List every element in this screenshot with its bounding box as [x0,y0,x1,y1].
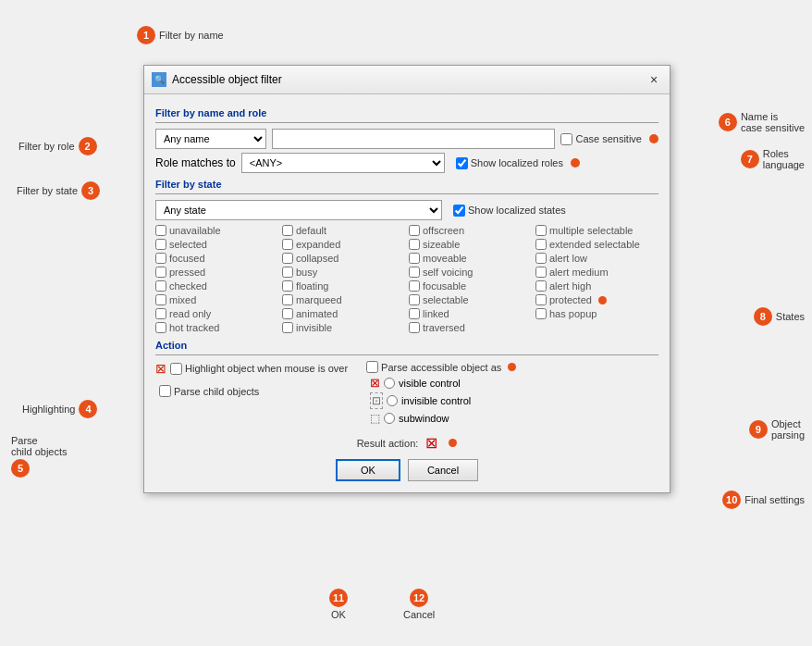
parse-child-text: Parse child objects [174,386,259,397]
state-hot-tracked: hot tracked [155,321,278,334]
state-empty [535,321,658,334]
parse-accessible-label: Parse accessible object as [366,361,516,373]
state-self-voicing: self voicing [409,266,532,279]
annotation-9: 9 Objectparsing [749,418,805,441]
annotation-circle-8: 8 [754,307,772,326]
annotation-10: 10 Final settings [722,491,805,509]
invisible-control-radio[interactable] [387,395,398,406]
state-sizeable: sizeable [409,238,532,251]
annotation-circle-5: 5 [11,459,30,478]
annotation-circle-3: 3 [81,181,100,200]
annotation-circle-4: 4 [79,400,97,418]
dialog-title-text: Accessible object filter [172,73,282,86]
annotation-label-1: Filter by name [159,30,224,41]
action-parse-section: ⊠ Highlight object when mouse is over Pa… [155,361,658,425]
action-left: ⊠ Highlight object when mouse is over Pa… [155,361,348,397]
invisible-control-icon: ⊡ [370,392,383,409]
annotation-label-7: Roleslanguage [763,148,805,170]
filter-name-row: Any name Case sensitive [155,129,658,149]
dialog-body: Filter by name and role Any name Case se… [144,94,670,492]
filter-name-role-header: Filter by name and role [155,107,658,118]
filter-name-role-section: Filter by name and role Any name Case se… [155,107,658,173]
annotation-label-6: Name iscase sensitive [741,111,805,133]
highlight-row: ⊠ Highlight object when mouse is over [155,361,348,376]
dialog-title: 🔍 Accessible object filter [152,72,282,87]
state-unavailable: unavailable [155,224,278,237]
cancel-button[interactable]: Cancel [408,459,478,481]
show-localized-states-checkbox[interactable] [453,205,465,217]
case-sensitive-checkbox[interactable] [560,133,572,145]
annotation-3: Filter by state 3 [17,181,100,200]
annotation-label-2: Filter by role [18,141,75,152]
show-localized-roles-text: Show localized roles [471,157,563,168]
annotation-4: Highlighting 4 [22,400,97,418]
parse-accessible-dot [508,363,516,371]
state-default: default [282,224,405,237]
state-dropdown[interactable]: Any state [155,200,442,220]
state-has-popup: has popup [535,307,658,320]
state-focusable: focusable [409,280,532,292]
annotation-label-11: OK [331,609,346,620]
highlight-checkbox[interactable] [170,363,182,375]
state-focused: focused [155,252,278,265]
annotation-11: 11 OK [329,589,348,620]
annotation-circle-9: 9 [749,420,768,439]
state-moveable: moveable [409,252,532,265]
state-expanded: expanded [282,238,405,251]
parse-child-checkbox-label: Parse child objects [159,385,348,397]
annotation-circle-12: 12 [410,589,428,607]
state-read-only: read only [155,307,278,320]
visible-control-row: ⊠ visible control [370,376,516,390]
case-sensitive-label: Case sensitive [560,133,642,145]
parse-accessible-checkbox[interactable] [366,361,378,373]
visible-control-icon: ⊠ [370,376,380,390]
visible-control-radio[interactable] [384,378,395,389]
state-marqueed: marqueed [282,293,405,306]
subwindow-icon: ⬚ [370,412,380,425]
show-localized-roles-checkbox[interactable] [456,157,468,169]
name-input[interactable] [272,129,555,149]
state-floating: floating [282,280,405,292]
state-mixed: mixed [155,293,278,306]
name-dropdown[interactable]: Any name [155,129,266,149]
result-action-row: Result action: ⊠ [155,434,658,452]
close-button[interactable]: × [646,71,662,88]
state-protected: protected [535,293,658,306]
action-right: Parse accessible object as ⊠ visible con… [366,361,516,425]
annotation-circle-11: 11 [329,589,348,607]
state-multiple-selectable: multiple selectable [535,224,658,237]
role-matches-label: Role matches to [155,156,236,169]
annotation-label-5: Parse [11,435,38,446]
filter-state-header: Filter by state [155,179,658,190]
annotation-7: 7 Roleslanguage [741,148,805,170]
annotation-label-3: Filter by state [17,185,78,196]
action-section: Action ⊠ Highlight object when mouse is … [155,340,658,452]
state-animated: animated [282,307,405,320]
state-alert-low: alert low [535,252,658,265]
dialog-titlebar: 🔍 Accessible object filter × [144,66,670,94]
annotation-2: Filter by role 2 [18,137,97,155]
states-grid: unavailable default offscreen multiple s… [155,224,658,334]
ok-button[interactable]: OK [336,459,400,481]
state-pressed: pressed [155,266,278,279]
filter-role-row: Role matches to <ANY> Show localized rol… [155,153,658,173]
role-dropdown[interactable]: <ANY> [241,153,445,173]
annotation-1: 1 Filter by name [137,26,224,44]
highlight-icon: ⊠ [155,361,166,376]
annotation-circle-2: 2 [79,137,97,155]
invisible-control-text: invisible control [401,395,471,406]
show-localized-states-label: Show localized states [453,205,566,217]
state-alert-medium: alert medium [535,266,658,279]
state-extended-selectable: extended selectable [535,238,658,251]
parse-accessible-text: Parse accessible object as [381,362,501,373]
state-linked: linked [409,307,532,320]
case-sensitive-info-dot [649,134,658,143]
visible-control-text: visible control [399,378,461,389]
subwindow-radio[interactable] [384,413,395,424]
annotation-circle-1: 1 [137,26,155,44]
state-checked: checked [155,280,278,292]
state-offscreen: offscreen [409,224,532,237]
dialog-icon: 🔍 [152,72,166,87]
parse-child-checkbox[interactable] [159,385,171,397]
state-selected: selected [155,238,278,251]
